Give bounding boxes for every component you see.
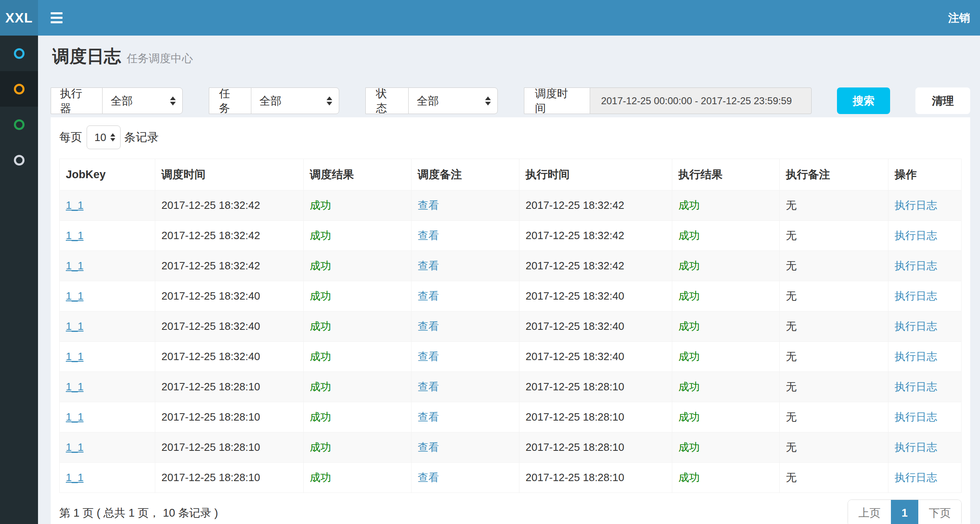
executor-select-value: 全部	[111, 94, 133, 108]
circle-o-icon	[14, 119, 25, 130]
exec-log-link[interactable]: 执行日志	[895, 471, 937, 484]
jobkey-link[interactable]: 1_1	[66, 411, 83, 423]
circle-o-icon	[14, 48, 25, 59]
trigger-msg-link[interactable]: 查看	[418, 381, 439, 393]
page-size-prefix: 每页	[59, 130, 82, 145]
clear-button[interactable]: 清理	[915, 87, 970, 114]
select-arrows-icon	[110, 133, 115, 141]
table-row: 1_1 2017-12-25 18:32:42 成功 查看 2017-12-25…	[60, 221, 962, 251]
jobkey-link[interactable]: 1_1	[66, 199, 83, 211]
trigger-msg-link[interactable]: 查看	[418, 320, 439, 332]
trigger-result-cell: 成功	[304, 190, 412, 221]
handle-msg-cell: 无	[780, 402, 888, 432]
current-page-button[interactable]: 1	[891, 500, 918, 524]
trigger-msg-link[interactable]: 查看	[418, 441, 439, 453]
handle-msg-cell: 无	[780, 342, 888, 372]
trigger-time-cell: 2017-12-25 18:28:10	[155, 463, 304, 493]
sidebar-item-item-2[interactable]	[0, 71, 38, 107]
handle-result-cell: 成功	[672, 281, 780, 311]
app-logo[interactable]: XXL	[0, 0, 38, 36]
status-select[interactable]: 全部	[408, 87, 498, 114]
trigger-time-label: 调度时间	[524, 87, 590, 114]
table-header-row: JobKey 调度时间 调度结果 调度备注 执行时间 执行结果 执行备注 操作	[60, 159, 962, 190]
handle-msg-cell: 无	[780, 190, 888, 221]
page-size-select[interactable]: 10	[87, 125, 121, 149]
executor-label: 执行器	[51, 87, 102, 114]
handle-result-cell: 成功	[672, 432, 780, 463]
jobkey-link[interactable]: 1_1	[66, 381, 83, 393]
select-arrows-icon	[485, 96, 491, 105]
trigger-result-cell: 成功	[304, 432, 412, 463]
handle-time-cell: 2017-12-25 18:32:40	[519, 281, 672, 311]
job-select-value: 全部	[260, 94, 282, 108]
trigger-msg-link[interactable]: 查看	[418, 411, 439, 423]
trigger-result-cell: 成功	[304, 372, 412, 402]
trigger-msg-link[interactable]: 查看	[418, 229, 439, 242]
trigger-result-cell: 成功	[304, 251, 412, 281]
handle-time-cell: 2017-12-25 18:32:40	[519, 342, 672, 372]
page-size-value: 10	[94, 131, 106, 144]
jobkey-link[interactable]: 1_1	[66, 320, 83, 332]
exec-log-link[interactable]: 执行日志	[895, 199, 937, 211]
exec-log-link[interactable]: 执行日志	[895, 320, 937, 332]
table-row: 1_1 2017-12-25 18:28:10 成功 查看 2017-12-25…	[60, 402, 962, 432]
trigger-time-filter-group: 调度时间 2017-12-25 00:00:00 - 2017-12-25 23…	[524, 87, 812, 114]
page-header: 调度日志任务调度中心	[52, 46, 970, 71]
jobkey-link[interactable]: 1_1	[66, 471, 83, 484]
trigger-time-cell: 2017-12-25 18:28:10	[155, 432, 304, 463]
exec-log-link[interactable]: 执行日志	[895, 381, 937, 393]
jobkey-link[interactable]: 1_1	[66, 350, 83, 363]
exec-log-link[interactable]: 执行日志	[895, 229, 937, 242]
table-row: 1_1 2017-12-25 18:32:40 成功 查看 2017-12-25…	[60, 281, 962, 311]
handle-result-cell: 成功	[672, 311, 780, 342]
job-label: 任务	[209, 87, 251, 114]
trigger-msg-link[interactable]: 查看	[418, 471, 439, 484]
status-select-value: 全部	[417, 94, 439, 108]
col-jobkey: JobKey	[60, 159, 155, 190]
trigger-msg-link[interactable]: 查看	[418, 260, 439, 272]
col-trigger-msg: 调度备注	[412, 159, 519, 190]
job-select[interactable]: 全部	[251, 87, 339, 114]
handle-time-cell: 2017-12-25 18:32:42	[519, 190, 672, 221]
exec-log-link[interactable]: 执行日志	[895, 350, 937, 363]
sidebar-item-item-3[interactable]	[0, 107, 38, 142]
exec-log-link[interactable]: 执行日志	[895, 441, 937, 453]
col-action: 操作	[888, 159, 962, 190]
trigger-msg-link[interactable]: 查看	[418, 290, 439, 302]
table-row: 1_1 2017-12-25 18:32:40 成功 查看 2017-12-25…	[60, 342, 962, 372]
jobkey-link[interactable]: 1_1	[66, 290, 83, 302]
sidebar-item-item-4[interactable]	[0, 142, 38, 178]
handle-result-cell: 成功	[672, 251, 780, 281]
prev-page-button[interactable]: 上页	[848, 500, 891, 524]
handle-msg-cell: 无	[780, 221, 888, 251]
exec-log-link[interactable]: 执行日志	[895, 260, 937, 272]
col-handle-time: 执行时间	[519, 159, 672, 190]
handle-time-cell: 2017-12-25 18:28:10	[519, 463, 672, 493]
exec-log-link[interactable]: 执行日志	[895, 290, 937, 302]
sidebar-item-item-1[interactable]	[0, 36, 38, 71]
trigger-time-cell: 2017-12-25 18:32:40	[155, 342, 304, 372]
handle-time-cell: 2017-12-25 18:28:10	[519, 432, 672, 463]
exec-log-link[interactable]: 执行日志	[895, 411, 937, 423]
trigger-result-cell: 成功	[304, 463, 412, 493]
circle-o-icon	[14, 155, 25, 166]
circle-o-icon	[14, 84, 25, 94]
jobkey-link[interactable]: 1_1	[66, 441, 83, 453]
trigger-time-range-input[interactable]: 2017-12-25 00:00:00 - 2017-12-25 23:59:5…	[590, 87, 812, 114]
jobkey-link[interactable]: 1_1	[66, 260, 83, 272]
log-table-body: 1_1 2017-12-25 18:32:42 成功 查看 2017-12-25…	[60, 190, 962, 493]
trigger-msg-link[interactable]: 查看	[418, 350, 439, 363]
jobkey-link[interactable]: 1_1	[66, 229, 83, 242]
trigger-msg-link[interactable]: 查看	[418, 199, 439, 211]
sidebar-toggle-icon[interactable]	[51, 12, 63, 23]
handle-result-cell: 成功	[672, 463, 780, 493]
handle-msg-cell: 无	[780, 311, 888, 342]
search-button[interactable]: 搜索	[837, 87, 891, 114]
executor-select[interactable]: 全部	[102, 87, 183, 114]
navbar-spacer	[63, 0, 948, 36]
table-row: 1_1 2017-12-25 18:32:40 成功 查看 2017-12-25…	[60, 311, 962, 342]
logout-link[interactable]: 注销	[948, 11, 970, 25]
next-page-button[interactable]: 下页	[918, 500, 961, 524]
handle-time-cell: 2017-12-25 18:32:42	[519, 221, 672, 251]
page-subtitle: 任务调度中心	[127, 52, 193, 65]
